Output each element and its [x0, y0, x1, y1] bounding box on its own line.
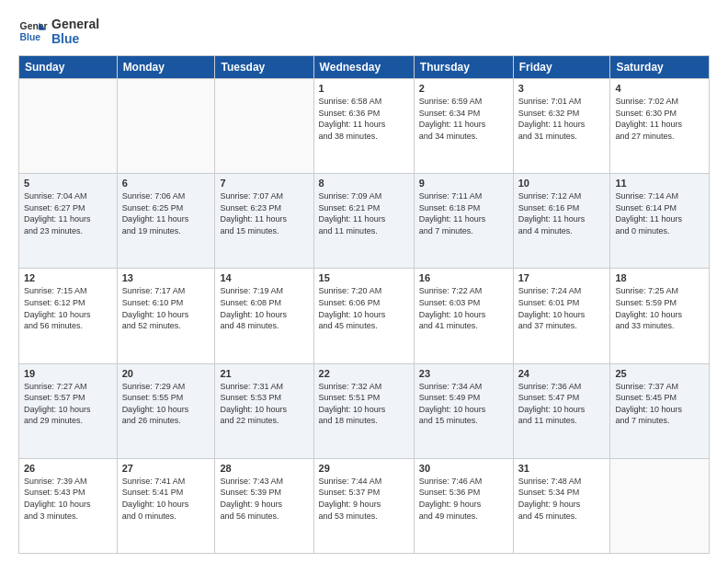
day-number: 22 — [319, 368, 409, 379]
day-info: Sunrise: 7:02 AM Sunset: 6:30 PM Dayligh… — [615, 96, 704, 142]
day-info: Sunrise: 7:14 AM Sunset: 6:14 PM Dayligh… — [615, 190, 704, 236]
day-info: Sunrise: 7:31 AM Sunset: 5:53 PM Dayligh… — [220, 381, 308, 427]
day-info: Sunrise: 7:19 AM Sunset: 6:08 PM Dayligh… — [220, 285, 308, 331]
calendar-cell: 29Sunrise: 7:44 AM Sunset: 5:37 PM Dayli… — [313, 458, 414, 553]
day-number: 30 — [419, 463, 508, 474]
day-number: 29 — [319, 463, 409, 474]
day-number: 17 — [518, 272, 606, 283]
day-info: Sunrise: 7:29 AM Sunset: 5:55 PM Dayligh… — [122, 381, 210, 427]
logo: General Blue General Blue — [18, 17, 99, 46]
calendar-cell: 26Sunrise: 7:39 AM Sunset: 5:43 PM Dayli… — [19, 458, 118, 553]
calendar-cell: 31Sunrise: 7:48 AM Sunset: 5:34 PM Dayli… — [513, 458, 610, 553]
calendar: SundayMondayTuesdayWednesdayThursdayFrid… — [18, 55, 710, 554]
weekday-header-saturday: Saturday — [610, 56, 710, 79]
day-info: Sunrise: 7:41 AM Sunset: 5:41 PM Dayligh… — [122, 476, 210, 522]
calendar-cell: 8Sunrise: 7:09 AM Sunset: 6:21 PM Daylig… — [313, 174, 414, 269]
calendar-cell — [19, 79, 118, 174]
calendar-cell: 19Sunrise: 7:27 AM Sunset: 5:57 PM Dayli… — [19, 363, 118, 458]
calendar-cell: 6Sunrise: 7:06 AM Sunset: 6:25 PM Daylig… — [117, 174, 215, 269]
day-number: 19 — [24, 368, 112, 379]
day-number: 26 — [24, 463, 112, 474]
day-number: 16 — [419, 272, 508, 283]
calendar-cell: 14Sunrise: 7:19 AM Sunset: 6:08 PM Dayli… — [215, 269, 313, 363]
calendar-cell: 15Sunrise: 7:20 AM Sunset: 6:06 PM Dayli… — [313, 269, 414, 363]
day-info: Sunrise: 6:59 AM Sunset: 6:34 PM Dayligh… — [419, 96, 508, 142]
calendar-cell: 9Sunrise: 7:11 AM Sunset: 6:18 PM Daylig… — [414, 174, 513, 269]
day-info: Sunrise: 7:37 AM Sunset: 5:45 PM Dayligh… — [615, 381, 704, 427]
day-info: Sunrise: 7:01 AM Sunset: 6:32 PM Dayligh… — [518, 96, 606, 142]
weekday-header-row: SundayMondayTuesdayWednesdayThursdayFrid… — [19, 56, 710, 79]
calendar-cell: 22Sunrise: 7:32 AM Sunset: 5:51 PM Dayli… — [313, 363, 414, 458]
day-info: Sunrise: 7:11 AM Sunset: 6:18 PM Dayligh… — [419, 190, 508, 236]
day-number: 6 — [122, 178, 210, 189]
day-number: 25 — [615, 368, 704, 379]
calendar-cell — [610, 458, 710, 553]
day-info: Sunrise: 7:44 AM Sunset: 5:37 PM Dayligh… — [319, 476, 409, 522]
svg-text:General: General — [20, 21, 48, 31]
day-info: Sunrise: 7:36 AM Sunset: 5:47 PM Dayligh… — [518, 381, 606, 427]
day-number: 10 — [518, 178, 606, 189]
day-info: Sunrise: 7:12 AM Sunset: 6:16 PM Dayligh… — [518, 190, 606, 236]
day-info: Sunrise: 7:22 AM Sunset: 6:03 PM Dayligh… — [419, 285, 508, 331]
day-info: Sunrise: 7:27 AM Sunset: 5:57 PM Dayligh… — [24, 381, 112, 427]
calendar-cell: 5Sunrise: 7:04 AM Sunset: 6:27 PM Daylig… — [19, 174, 118, 269]
calendar-cell — [117, 79, 215, 174]
calendar-cell — [215, 79, 313, 174]
day-number: 13 — [122, 272, 210, 283]
calendar-cell: 1Sunrise: 6:58 AM Sunset: 6:36 PM Daylig… — [313, 79, 414, 174]
day-info: Sunrise: 7:20 AM Sunset: 6:06 PM Dayligh… — [319, 285, 409, 331]
calendar-cell: 24Sunrise: 7:36 AM Sunset: 5:47 PM Dayli… — [513, 363, 610, 458]
day-number: 14 — [220, 272, 308, 283]
day-number: 3 — [518, 83, 606, 94]
day-number: 1 — [319, 83, 409, 94]
calendar-cell: 18Sunrise: 7:25 AM Sunset: 5:59 PM Dayli… — [610, 269, 710, 363]
day-number: 2 — [419, 83, 508, 94]
calendar-cell: 21Sunrise: 7:31 AM Sunset: 5:53 PM Dayli… — [215, 363, 313, 458]
day-info: Sunrise: 7:43 AM Sunset: 5:39 PM Dayligh… — [220, 476, 308, 522]
day-number: 28 — [220, 463, 308, 474]
day-number: 4 — [615, 83, 704, 94]
day-number: 12 — [24, 272, 112, 283]
weekday-header-thursday: Thursday — [414, 56, 513, 79]
day-info: Sunrise: 7:15 AM Sunset: 6:12 PM Dayligh… — [24, 285, 112, 331]
svg-text:Blue: Blue — [20, 32, 41, 42]
day-number: 7 — [220, 178, 308, 189]
calendar-cell: 13Sunrise: 7:17 AM Sunset: 6:10 PM Dayli… — [117, 269, 215, 363]
calendar-cell: 12Sunrise: 7:15 AM Sunset: 6:12 PM Dayli… — [19, 269, 118, 363]
calendar-cell: 23Sunrise: 7:34 AM Sunset: 5:49 PM Dayli… — [414, 363, 513, 458]
logo-general-text: General — [51, 17, 99, 31]
calendar-cell: 2Sunrise: 6:59 AM Sunset: 6:34 PM Daylig… — [414, 79, 513, 174]
day-number: 23 — [419, 368, 508, 379]
calendar-cell: 30Sunrise: 7:46 AM Sunset: 5:36 PM Dayli… — [414, 458, 513, 553]
calendar-cell: 27Sunrise: 7:41 AM Sunset: 5:41 PM Dayli… — [117, 458, 215, 553]
logo-blue-text: Blue — [51, 31, 99, 46]
day-info: Sunrise: 7:07 AM Sunset: 6:23 PM Dayligh… — [220, 190, 308, 236]
week-row-3: 12Sunrise: 7:15 AM Sunset: 6:12 PM Dayli… — [19, 269, 710, 363]
day-number: 24 — [518, 368, 606, 379]
calendar-cell: 16Sunrise: 7:22 AM Sunset: 6:03 PM Dayli… — [414, 269, 513, 363]
header: General Blue General Blue — [18, 17, 710, 46]
week-row-5: 26Sunrise: 7:39 AM Sunset: 5:43 PM Dayli… — [19, 458, 710, 553]
day-info: Sunrise: 7:34 AM Sunset: 5:49 PM Dayligh… — [419, 381, 508, 427]
day-info: Sunrise: 6:58 AM Sunset: 6:36 PM Dayligh… — [319, 96, 409, 142]
day-number: 8 — [319, 178, 409, 189]
day-number: 31 — [518, 463, 606, 474]
day-number: 15 — [319, 272, 409, 283]
day-info: Sunrise: 7:17 AM Sunset: 6:10 PM Dayligh… — [122, 285, 210, 331]
calendar-cell: 4Sunrise: 7:02 AM Sunset: 6:30 PM Daylig… — [610, 79, 710, 174]
calendar-cell: 17Sunrise: 7:24 AM Sunset: 6:01 PM Dayli… — [513, 269, 610, 363]
page: General Blue General Blue SundayMondayTu… — [0, 0, 728, 563]
logo-icon: General Blue — [18, 17, 48, 46]
calendar-cell: 20Sunrise: 7:29 AM Sunset: 5:55 PM Dayli… — [117, 363, 215, 458]
day-info: Sunrise: 7:46 AM Sunset: 5:36 PM Dayligh… — [419, 476, 508, 522]
weekday-header-friday: Friday — [513, 56, 610, 79]
day-number: 20 — [122, 368, 210, 379]
day-number: 11 — [615, 178, 704, 189]
day-info: Sunrise: 7:39 AM Sunset: 5:43 PM Dayligh… — [24, 476, 112, 522]
day-number: 27 — [122, 463, 210, 474]
calendar-cell: 28Sunrise: 7:43 AM Sunset: 5:39 PM Dayli… — [215, 458, 313, 553]
day-info: Sunrise: 7:25 AM Sunset: 5:59 PM Dayligh… — [615, 285, 704, 331]
week-row-2: 5Sunrise: 7:04 AM Sunset: 6:27 PM Daylig… — [19, 174, 710, 269]
day-info: Sunrise: 7:24 AM Sunset: 6:01 PM Dayligh… — [518, 285, 606, 331]
day-number: 5 — [24, 178, 112, 189]
